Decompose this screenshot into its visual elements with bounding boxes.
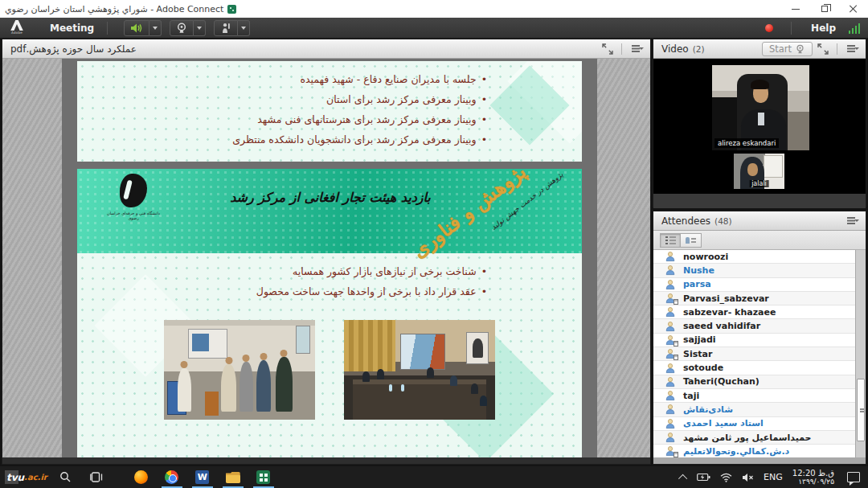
attendee-row[interactable]: sotoude [653, 361, 866, 375]
webcam-feed-thumbnail[interactable]: jalali [734, 154, 784, 189]
slide-bullet: عقد قرار داد با برخی از واحدها جهت ساخت … [93, 281, 487, 301]
slide-bullet: وبینار معرفی مرکز رشد برای استان [93, 89, 487, 109]
taskbar-file-explorer-button[interactable] [218, 466, 248, 488]
minimize-button[interactable] [781, 0, 810, 18]
attendee-name: حمیداسماعیل پور ثامن مشهد [683, 433, 812, 443]
meeting-stage: عملكرد سال حوزه پژوهش.pdf [0, 39, 868, 466]
attendee-row[interactable]: Nushe [653, 264, 866, 277]
webcam-name-label: jalali [749, 180, 769, 187]
taskbar-firefox-button[interactable] [126, 466, 157, 488]
video-pod-title: Video [661, 43, 689, 55]
attendee-name: saeed vahidifar [683, 321, 760, 331]
share-pod-bottom-bar [2, 457, 650, 464]
attendee-person-icon [665, 348, 676, 359]
connection-signal-icon[interactable] [847, 23, 860, 34]
window-titlebar: شوراي پژوهشي استان خراسان رضوي - Adobe C… [0, 0, 868, 18]
webcam-control [170, 20, 206, 36]
start-webcam-button[interactable]: Start [762, 42, 813, 56]
pdf-page-2: دانشگاه فنی و حرفه‌ای خراسان رضوی بازدید… [77, 169, 582, 457]
attendee-person-icon [665, 334, 676, 346]
language-indicator[interactable]: ENG [759, 466, 788, 488]
attendee-name: د.ش.كمالي.وتحوالاتعليم [683, 446, 789, 457]
attendee-row[interactable]: saeed vahidifar [653, 319, 866, 333]
close-button[interactable] [839, 0, 868, 18]
attendee-row[interactable]: شادی‌نقاش [653, 403, 866, 416]
attendees-pod-count: (48) [714, 216, 732, 226]
attendee-person-icon [665, 418, 676, 429]
raise-hand-control [214, 20, 250, 36]
webcam-feed-main[interactable]: alireza eskandari [712, 65, 809, 150]
attendee-name: شادی‌نقاش [683, 404, 733, 415]
taskbar-adobe-connect-button[interactable] [248, 466, 279, 488]
meeting-menu[interactable]: Meeting [45, 23, 99, 34]
header-separator [837, 43, 837, 55]
volume-status[interactable] [737, 466, 759, 488]
attendee-row[interactable]: حمیداسماعیل پور ثامن مشهد [653, 431, 866, 445]
adobe-connect-icon [256, 470, 270, 484]
taskbar-chrome-button[interactable] [157, 466, 187, 488]
university-logo-mark [120, 174, 147, 207]
attendee-row[interactable]: د.ش.كمالي.وتحوالاتعليم [653, 445, 866, 457]
fullscreen-icon[interactable] [817, 43, 829, 55]
attendee-row[interactable]: Sistar [653, 347, 866, 361]
webcam-button[interactable] [170, 20, 194, 36]
slide-photo-workshop [164, 320, 315, 420]
attendee-row[interactable]: استاد سعید احمدی [653, 417, 866, 431]
slide2-bullet-list: شناخت برخی از نیازهای بازار کشور همسایه … [77, 253, 582, 301]
raise-hand-dropdown[interactable] [238, 20, 250, 36]
taskbar-clock[interactable]: ق.ظ 12:20 ۱۳۹۹/۰۹/۲۵ [788, 470, 839, 486]
restore-button[interactable] [810, 0, 839, 18]
battery-status[interactable] [692, 466, 715, 488]
word-icon: W [195, 470, 209, 484]
webcam-dropdown[interactable] [194, 20, 206, 36]
wifi-status[interactable] [715, 466, 737, 488]
video-pod-content: alireza eskandari jalali [653, 59, 866, 207]
pod-menu-icon[interactable] [847, 216, 859, 225]
menu-separator [107, 22, 108, 35]
attendee-name: استاد سعید احمدی [683, 418, 764, 429]
help-menu[interactable]: Help [811, 23, 836, 34]
taskbar-word-button[interactable]: W [187, 466, 218, 488]
tray-overflow-button[interactable] [676, 466, 692, 488]
share-pod: عملكرد سال حوزه پژوهش.pdf [2, 39, 651, 465]
attendee-name: Nushe [683, 265, 714, 276]
speaker-dropdown[interactable] [149, 20, 162, 36]
adobe-logo: Adobe [6, 20, 27, 36]
attendee-row[interactable]: taji [653, 389, 866, 403]
attendees-pod-title: Attendees [661, 215, 710, 227]
firefox-icon [134, 470, 148, 484]
attendee-person-icon [665, 404, 676, 415]
task-view-button[interactable] [81, 466, 112, 488]
slide-bullet: وبینار معرفی مرکز رشد برای دانشجویان دان… [93, 129, 487, 150]
speaker-icon [130, 23, 143, 34]
attendee-row[interactable]: sabzevar- khazaee [653, 306, 866, 319]
phone-device-badge-icon [674, 355, 678, 360]
attendees-pod-bottom-bar [653, 457, 866, 464]
fullscreen-icon[interactable] [602, 43, 613, 55]
attendee-person-icon [665, 279, 676, 290]
webcam-icon [795, 44, 805, 54]
attendee-card-view-button[interactable] [681, 233, 702, 248]
chevron-down-icon [197, 27, 202, 30]
taskbar-search-button[interactable] [51, 466, 81, 488]
restore-icon [821, 6, 828, 12]
attendee-name: Sistar [683, 349, 712, 359]
start-webcam-label: Start [769, 43, 792, 55]
action-center-icon[interactable] [847, 472, 860, 482]
attendee-name: taji [683, 391, 699, 401]
raise-hand-button[interactable] [214, 20, 238, 36]
attendee-list-view-button[interactable] [660, 233, 681, 248]
attendees-scrollbar[interactable] [855, 250, 866, 457]
attendee-row[interactable]: sajjadi [653, 334, 866, 347]
pod-menu-icon[interactable] [632, 44, 644, 53]
pod-menu-icon[interactable] [847, 44, 859, 53]
attendee-row[interactable]: nowroozi [653, 250, 866, 264]
pdf-document-viewer[interactable]: جلسه با مدیران صنایع دفاع - شهید فهمیده … [62, 59, 597, 457]
scrollbar-thumb[interactable] [857, 379, 865, 441]
speaker-button[interactable] [124, 20, 149, 36]
attendee-name: parsa [683, 279, 711, 289]
attendee-row[interactable]: Parvasi_sabzevar [653, 292, 866, 306]
start-button[interactable]: tvu .ac.ir [3, 466, 51, 488]
attendee-row[interactable]: parsa [653, 278, 866, 292]
attendee-row[interactable]: Taheri(Quchan) [653, 375, 866, 389]
